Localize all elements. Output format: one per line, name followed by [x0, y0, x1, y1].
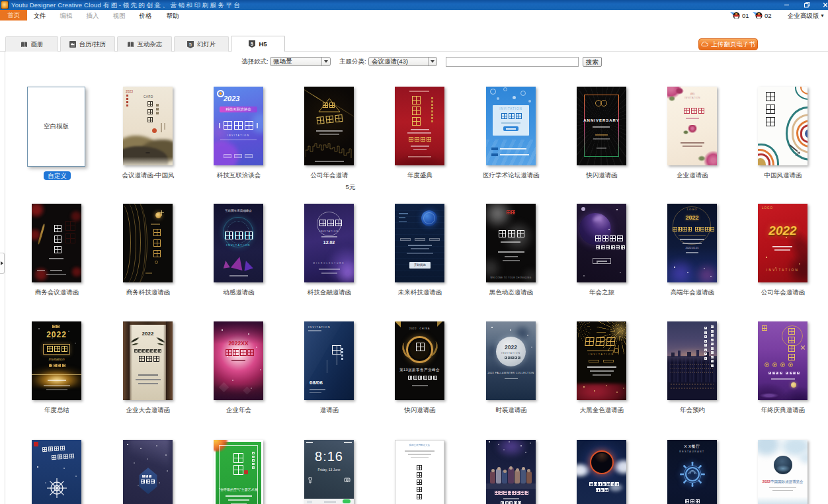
svg-text:5: 5 — [251, 42, 253, 46]
svg-text:5: 5 — [189, 42, 192, 46]
